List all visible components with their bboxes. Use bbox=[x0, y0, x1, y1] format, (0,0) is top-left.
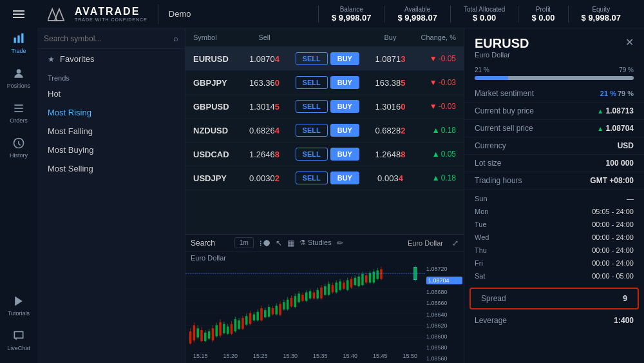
sentiment-track bbox=[475, 76, 634, 80]
row-btn-group: SELL BUY bbox=[292, 148, 363, 161]
schedule-row: Mon05:05 - 24:00 bbox=[464, 205, 644, 218]
down-arrow-icon: ▼ bbox=[430, 78, 437, 87]
logo-sub: TRADE WITH CONFIDENCE bbox=[75, 17, 147, 22]
schedule-time: 00:00 - 05:00 bbox=[592, 272, 634, 280]
price-level-5: 1.08640 bbox=[426, 311, 462, 318]
trade-row[interactable]: USDJPY 0.00302 SELL BUY 0.0034 ▲0.18 bbox=[185, 166, 464, 190]
search-icon: ⌕ bbox=[173, 34, 178, 43]
sidebar: Trade Positions Orders History Tutorials… bbox=[0, 0, 37, 363]
row-change: ▼-0.03 bbox=[418, 78, 457, 87]
price-level-9: 1.08560 bbox=[426, 355, 462, 362]
chart-cursor-icon[interactable]: ↖ bbox=[276, 239, 282, 248]
sidebar-item-positions[interactable]: Positions bbox=[0, 61, 37, 95]
down-arrow-icon: ▼ bbox=[430, 102, 437, 111]
chart-draw-icon[interactable]: ✏ bbox=[337, 239, 343, 248]
schedule-section: Sun—Mon05:05 - 24:00Tue00:00 - 24:00Wed0… bbox=[464, 190, 644, 285]
main-area: AVATRADE TRADE WITH CONFIDENCE Demo Bala… bbox=[37, 0, 644, 363]
sell-button[interactable]: SELL bbox=[296, 76, 328, 89]
time-6: 15:40 bbox=[343, 353, 357, 363]
trend-most-falling[interactable]: Most Falling bbox=[37, 122, 185, 141]
row-symbol: USDCAD bbox=[193, 150, 237, 159]
stat-balance: Balance $ 9,998.07 bbox=[318, 6, 384, 23]
chart-indicators-icon[interactable]: ⫶⬤ bbox=[259, 239, 270, 248]
stat-equity: Equity $ 9,998.07 bbox=[568, 6, 634, 23]
right-panel: EURUSD Euro Dollar ✕ 21 % 79 % Market se… bbox=[464, 28, 644, 363]
sell-button[interactable]: SELL bbox=[296, 52, 328, 65]
price-level-8: 1.08580 bbox=[426, 344, 462, 351]
row-btn-group: SELL BUY bbox=[292, 124, 363, 137]
trading-hours-label: Trading hours bbox=[475, 176, 522, 185]
schedule-time: 00:00 - 24:00 bbox=[592, 246, 634, 254]
info-currency: Currency USD bbox=[464, 137, 644, 155]
price-level-1: 1.08720 bbox=[426, 266, 462, 272]
sidebar-item-trade[interactable]: Trade bbox=[0, 26, 37, 61]
time-5: 15:35 bbox=[313, 353, 328, 363]
chart-studies-btn[interactable]: ⚗ Studies bbox=[299, 239, 332, 247]
row-change: ▼-0.05 bbox=[418, 54, 457, 63]
lot-size-label: Lot size bbox=[475, 159, 501, 168]
time-1: 15:15 bbox=[193, 353, 208, 363]
sell-button[interactable]: SELL bbox=[296, 100, 328, 113]
buy-button[interactable]: BUY bbox=[330, 172, 359, 184]
trade-row[interactable]: GBPUSD 1.30145 SELL BUY 1.30160 ▼-0.03 bbox=[185, 95, 464, 119]
trade-row[interactable]: USDCAD 1.26468 SELL BUY 1.26488 ▲0.05 bbox=[185, 142, 464, 166]
time-4: 15:30 bbox=[283, 353, 298, 363]
sidebar-item-livechat[interactable]: LiveChat bbox=[0, 323, 37, 358]
price-level-3: 1.08680 bbox=[426, 289, 462, 295]
sentiment-bar: 21 % 79 % bbox=[475, 66, 634, 80]
buy-price-arrow: ▲ bbox=[597, 108, 603, 115]
row-buy-price: 1.26488 bbox=[363, 150, 418, 159]
account-type: Demo bbox=[169, 9, 191, 19]
search-input[interactable] bbox=[44, 34, 169, 43]
buy-price-value: ▲ 1.08713 bbox=[597, 106, 634, 115]
row-symbol: USDJPY bbox=[193, 173, 237, 183]
row-sell-price: 1.26468 bbox=[237, 150, 292, 159]
buy-button[interactable]: BUY bbox=[330, 100, 359, 113]
sidebar-item-tutorials[interactable]: Tutorials bbox=[0, 288, 37, 323]
buy-button[interactable]: BUY bbox=[330, 148, 359, 161]
up-arrow-icon: ▲ bbox=[432, 173, 440, 182]
row-btn-group: SELL BUY bbox=[292, 100, 363, 113]
spread-label: Spread bbox=[481, 294, 506, 303]
time-3: 15:25 bbox=[253, 353, 268, 363]
row-sell-price: 0.00302 bbox=[237, 173, 292, 183]
trend-most-selling[interactable]: Most Selling bbox=[37, 159, 185, 178]
trend-hot[interactable]: Hot bbox=[37, 84, 185, 103]
schedule-day: Thu bbox=[475, 246, 494, 254]
star-icon: ★ bbox=[48, 55, 55, 64]
trend-most-buying[interactable]: Most Buying bbox=[37, 141, 185, 159]
trade-table: EURUSD 1.08704 SELL BUY 1.08713 ▼-0.05 G… bbox=[185, 47, 464, 234]
trade-row[interactable]: EURUSD 1.08704 SELL BUY 1.08713 ▼-0.05 bbox=[185, 47, 464, 71]
svg-rect-0 bbox=[14, 37, 16, 43]
price-level-4: 1.08660 bbox=[426, 300, 462, 306]
hamburger-menu[interactable] bbox=[13, 10, 24, 18]
sell-price-label: Current sell price bbox=[475, 124, 533, 133]
schedule-day: Wed bbox=[475, 233, 494, 241]
close-panel-button[interactable]: ✕ bbox=[625, 36, 634, 48]
chart-expand-icon[interactable]: ⤢ bbox=[452, 239, 459, 248]
trade-row[interactable]: NZDUSD 0.68264 SELL BUY 0.68282 ▲0.18 bbox=[185, 119, 464, 142]
trade-row[interactable]: GBPJPY 163.360 SELL BUY 163.385 ▼-0.03 bbox=[185, 71, 464, 95]
favorites-item[interactable]: ★ Favorites bbox=[37, 49, 185, 69]
chart-search-input[interactable] bbox=[191, 239, 229, 248]
sell-button[interactable]: SELL bbox=[296, 148, 328, 161]
trend-most-rising[interactable]: Most Rising bbox=[37, 103, 185, 122]
sentiment-buy-display: 79 % bbox=[618, 90, 634, 97]
sidebar-item-orders[interactable]: Orders bbox=[0, 95, 37, 130]
buy-button[interactable]: BUY bbox=[330, 124, 359, 137]
schedule-time: 00:00 - 24:00 bbox=[592, 259, 634, 267]
row-buy-price: 0.0034 bbox=[363, 173, 418, 183]
sell-button[interactable]: SELL bbox=[296, 172, 328, 184]
sell-button[interactable]: SELL bbox=[296, 124, 328, 137]
chart-title: Euro Dollar bbox=[408, 239, 443, 247]
symbol-title: EURUSD bbox=[475, 36, 529, 51]
chart-layout-icon[interactable]: ▦ bbox=[287, 239, 294, 248]
row-btn-group: SELL BUY bbox=[292, 52, 363, 65]
up-arrow-icon: ▲ bbox=[432, 150, 440, 159]
sidebar-logo[interactable] bbox=[0, 5, 37, 23]
buy-button[interactable]: BUY bbox=[330, 52, 359, 65]
buy-button[interactable]: BUY bbox=[330, 76, 359, 89]
sidebar-item-history[interactable]: History bbox=[0, 130, 37, 165]
chart-timeframe-btn[interactable]: 1m bbox=[234, 237, 254, 248]
ava-logo: AVATRADE TRADE WITH CONFIDENCE bbox=[48, 6, 147, 22]
